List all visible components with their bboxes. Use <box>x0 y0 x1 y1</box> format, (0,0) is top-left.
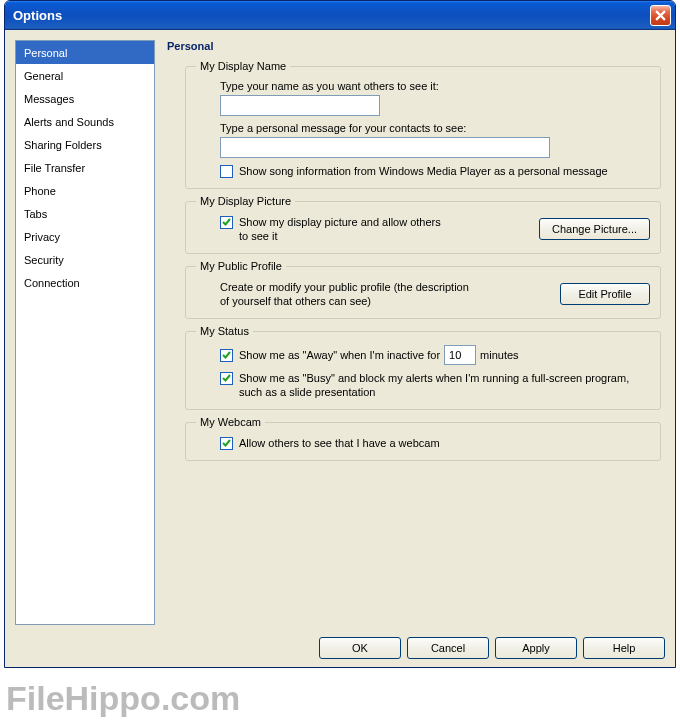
sidebar-item-alerts[interactable]: Alerts and Sounds <box>16 110 154 133</box>
legend-webcam: My Webcam <box>196 416 265 428</box>
away-prefix: Show me as "Away" when I'm inactive for <box>239 349 440 361</box>
legend-status: My Status <box>196 325 253 337</box>
change-picture-button[interactable]: Change Picture... <box>539 218 650 240</box>
song-info-checkbox[interactable] <box>220 165 233 178</box>
sidebar-item-connection[interactable]: Connection <box>16 271 154 294</box>
watermark: FileHippo.com <box>6 679 240 718</box>
group-webcam: My Webcam Allow others to see that I hav… <box>185 416 661 461</box>
display-name-input[interactable] <box>220 95 380 116</box>
legend-display-name: My Display Name <box>196 60 290 72</box>
category-sidebar: Personal General Messages Alerts and Sou… <box>15 40 155 625</box>
sidebar-item-general[interactable]: General <box>16 64 154 87</box>
sidebar-item-security[interactable]: Security <box>16 248 154 271</box>
sidebar-item-personal[interactable]: Personal <box>16 41 154 64</box>
away-suffix: minutes <box>480 349 519 361</box>
ok-button[interactable]: OK <box>319 637 401 659</box>
help-button[interactable]: Help <box>583 637 665 659</box>
sidebar-item-sharing[interactable]: Sharing Folders <box>16 133 154 156</box>
public-profile-desc: Create or modify your public profile (th… <box>220 280 470 308</box>
edit-profile-button[interactable]: Edit Profile <box>560 283 650 305</box>
song-info-label: Show song information from Windows Media… <box>239 164 650 178</box>
sidebar-item-phone[interactable]: Phone <box>16 179 154 202</box>
cancel-button[interactable]: Cancel <box>407 637 489 659</box>
away-checkbox[interactable] <box>220 349 233 362</box>
legend-public-profile: My Public Profile <box>196 260 286 272</box>
sidebar-item-filetransfer[interactable]: File Transfer <box>16 156 154 179</box>
legend-display-picture: My Display Picture <box>196 195 295 207</box>
titlebar: Options <box>5 1 675 30</box>
group-display-picture: My Display Picture Show my display pictu… <box>185 195 661 254</box>
busy-checkbox[interactable] <box>220 372 233 385</box>
busy-label: Show me as "Busy" and block my alerts wh… <box>239 371 650 399</box>
sidebar-item-messages[interactable]: Messages <box>16 87 154 110</box>
close-icon <box>655 10 666 21</box>
pm-prompt: Type a personal message for your contact… <box>220 122 650 134</box>
name-prompt: Type your name as you want others to see… <box>220 80 650 92</box>
webcam-label: Allow others to see that I have a webcam <box>239 436 650 450</box>
apply-button[interactable]: Apply <box>495 637 577 659</box>
away-minutes-input[interactable] <box>444 345 476 365</box>
sidebar-item-tabs[interactable]: Tabs <box>16 202 154 225</box>
window-title: Options <box>13 8 650 23</box>
sidebar-item-privacy[interactable]: Privacy <box>16 225 154 248</box>
group-public-profile: My Public Profile Create or modify your … <box>185 260 661 319</box>
webcam-checkbox[interactable] <box>220 437 233 450</box>
group-display-name: My Display Name Type your name as you wa… <box>185 60 661 189</box>
settings-panel: Personal My Display Name Type your name … <box>163 40 665 625</box>
group-status: My Status Show me as "Away" when I'm ina… <box>185 325 661 410</box>
options-dialog: Options Personal General Messages Alerts… <box>4 0 676 668</box>
panel-title: Personal <box>163 40 665 56</box>
dialog-footer: OK Cancel Apply Help <box>5 631 675 667</box>
personal-message-input[interactable] <box>220 137 550 158</box>
show-picture-checkbox[interactable] <box>220 216 233 229</box>
show-picture-label: Show my display picture and allow others… <box>239 215 449 243</box>
close-button[interactable] <box>650 5 671 26</box>
